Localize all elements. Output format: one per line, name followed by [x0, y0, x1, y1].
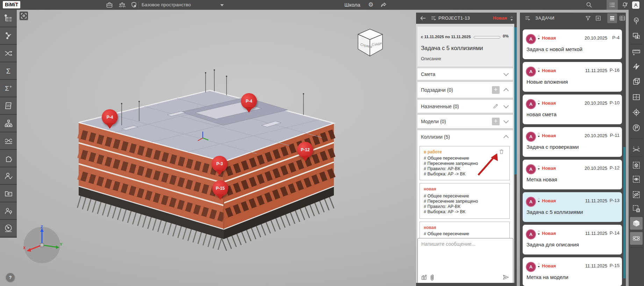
task-card[interactable]: A Новая 20.10.2025 P-11 Задача с проверк…: [523, 127, 622, 157]
avatar[interactable]: A: [526, 99, 536, 109]
task-card[interactable]: A Новая 11.11.2025 P-15 Метка на модели: [523, 257, 622, 286]
workspace-selector[interactable]: Базовое пространство: [142, 0, 191, 10]
tool-environment[interactable]: [629, 14, 644, 28]
send-icon[interactable]: [502, 274, 509, 280]
task-card[interactable]: A Новая 11.11.2025 P-16 Новые вложения: [523, 62, 622, 92]
share-button[interactable]: [379, 1, 388, 9]
map-pin[interactable]: P-4: [241, 93, 257, 109]
task-card-selected[interactable]: A Новая 11.11.2025 P-13 Задача с 5 колли…: [523, 192, 622, 222]
app-logo[interactable]: BiMiT: [3, 1, 20, 8]
team-button[interactable]: [117, 1, 127, 9]
task-card[interactable]: A Новая 20.10.2025 P-12 Метка новая: [523, 160, 622, 189]
help-button[interactable]: ?: [6, 273, 15, 282]
tool-structure[interactable]: [0, 115, 17, 132]
chevron-down-icon[interactable]: [503, 71, 509, 76]
description-label[interactable]: Описание: [421, 56, 441, 61]
tool-relations[interactable]: [0, 27, 17, 44]
avatar[interactable]: A: [526, 262, 536, 272]
section-models[interactable]: Модели (0) +: [417, 115, 513, 128]
task-card[interactable]: A Новая 20.10.2025 P-10 новая смета: [523, 95, 622, 124]
tool-orbit-view[interactable]: [630, 232, 643, 245]
tool-select-cube[interactable]: [629, 158, 644, 172]
scrollbar-thumb[interactable]: [623, 147, 625, 278]
task-title: Метка новая: [527, 176, 557, 182]
tool-trends[interactable]: [0, 132, 17, 149]
chevron-up-icon[interactable]: [503, 88, 509, 93]
view-cube[interactable]: Справа Сзади: [352, 26, 387, 60]
section-collisions[interactable]: Коллизии (5): [417, 130, 513, 144]
tool-selection-frames[interactable]: [629, 29, 644, 43]
tool-sheet-2d[interactable]: 2D: [0, 97, 17, 114]
back-icon[interactable]: [420, 15, 427, 21]
avatar[interactable]: A: [526, 164, 536, 174]
notifications-button[interactable]: [620, 1, 629, 9]
tool-flag[interactable]: [629, 121, 644, 135]
tool-section-box[interactable]: [629, 75, 644, 89]
task-list-icon[interactable]: [525, 15, 531, 21]
section-assignees[interactable]: Назначенные (0): [417, 100, 513, 113]
tool-ruler[interactable]: [629, 45, 644, 59]
avatar[interactable]: A: [526, 197, 536, 207]
tool-hide-selection[interactable]: [629, 188, 644, 202]
task-title: Задача для описания: [527, 242, 579, 247]
tool-compare[interactable]: [0, 45, 17, 62]
scrollbar-thumb[interactable]: [514, 27, 517, 174]
avatar[interactable]: A: [526, 34, 536, 44]
list-view-button[interactable]: [607, 13, 617, 23]
add-model-button[interactable]: +: [492, 118, 500, 125]
tool-shaded-view[interactable]: [630, 217, 643, 230]
tool-dashboard[interactable]: [0, 220, 17, 237]
priority-icon[interactable]: [510, 16, 513, 21]
map-pin[interactable]: P-4: [102, 109, 118, 125]
tool-sum[interactable]: Σ: [0, 62, 17, 79]
chevron-up-icon[interactable]: [503, 135, 509, 140]
section-subtasks[interactable]: Подзадачи (0) +: [417, 82, 513, 98]
axis-gizmo[interactable]: Z X Y: [21, 224, 63, 266]
chevron-down-icon[interactable]: [220, 4, 224, 8]
chevron-down-icon[interactable]: [503, 103, 509, 109]
tool-folder-export[interactable]: [0, 185, 17, 202]
briefcase-button[interactable]: [105, 1, 114, 9]
pencil-icon[interactable]: [493, 103, 499, 109]
focus-model-button[interactable]: [20, 12, 28, 20]
map-pin[interactable]: P-15: [212, 180, 228, 196]
tool-clear-selection[interactable]: [629, 202, 644, 216]
tool-user-location[interactable]: [0, 202, 17, 219]
settings-button[interactable]: ⚙: [368, 0, 373, 10]
filter-button[interactable]: [584, 14, 593, 22]
task-list-icon[interactable]: [431, 15, 437, 21]
detail-scrollbar[interactable]: [514, 24, 517, 283]
tool-axes[interactable]: 12: [629, 143, 644, 157]
map-pin[interactable]: P-3: [212, 156, 228, 172]
add-subtask-button[interactable]: +: [492, 86, 500, 94]
tool-plugins[interactable]: [0, 150, 17, 167]
tool-floor-plan[interactable]: [629, 90, 644, 104]
task-card[interactable]: A Новая 20.10.2025 P-4 Задача с новой ме…: [523, 29, 622, 59]
camera-icon[interactable]: [421, 274, 428, 280]
map-pin[interactable]: P-12: [297, 142, 313, 158]
collision-card[interactable]: новая # Общее пересечение # Пересечение …: [420, 183, 510, 219]
chevron-down-icon[interactable]: [503, 118, 509, 124]
tool-sum-add[interactable]: Σ +: [0, 80, 17, 97]
task-card[interactable]: A Новая 11.11.2025 P-14 Задача для описа…: [523, 225, 622, 254]
section-estimate[interactable]: Смета: [417, 68, 513, 80]
detail-status-badge[interactable]: Новая: [493, 13, 507, 24]
tool-locate[interactable]: [629, 105, 644, 119]
avatar[interactable]: A: [526, 67, 536, 77]
add-task-button[interactable]: [594, 14, 603, 22]
tasks-scrollbar[interactable]: [623, 24, 625, 286]
tool-model-tree[interactable]: [0, 10, 17, 27]
tasks-view-button[interactable]: [607, 0, 618, 10]
security-button[interactable]: [129, 1, 138, 9]
collision-line: # Выборка: АР -> ВК: [424, 172, 465, 176]
tool-user-check[interactable]: [0, 167, 17, 184]
avatar[interactable]: A: [526, 132, 536, 142]
tool-clash[interactable]: [629, 60, 644, 74]
tool-show-selection[interactable]: [629, 172, 644, 186]
message-input[interactable]: [421, 240, 509, 271]
paperclip-icon[interactable]: [430, 274, 435, 281]
account-button[interactable]: [632, 1, 639, 9]
avatar[interactable]: A: [526, 229, 536, 239]
search-button[interactable]: [585, 1, 594, 9]
table-view-button[interactable]: [618, 14, 627, 22]
